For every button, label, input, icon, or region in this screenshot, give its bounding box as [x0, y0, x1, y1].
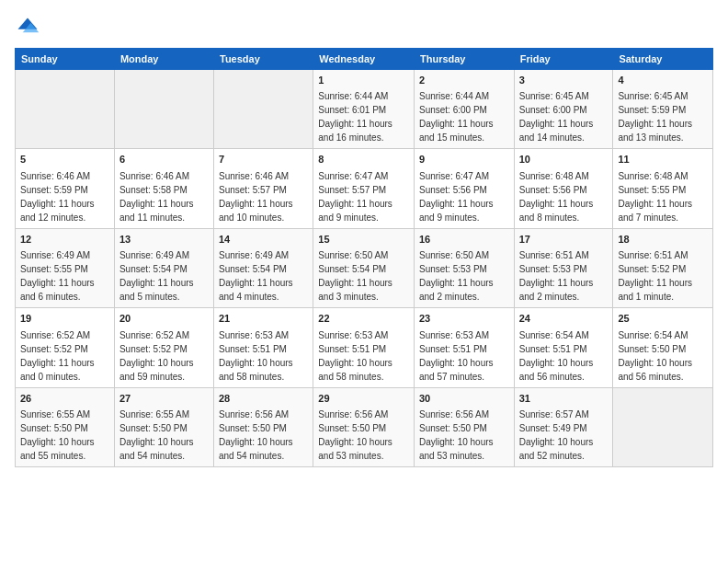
- logo: [15, 15, 44, 40]
- day-cell-5: 5Sunrise: 6:46 AM Sunset: 5:59 PM Daylig…: [16, 149, 115, 228]
- day-cell-16: 16Sunrise: 6:50 AM Sunset: 5:53 PM Dayli…: [414, 228, 514, 307]
- header-cell-monday: Monday: [114, 49, 213, 70]
- day-info: Sunrise: 6:49 AM Sunset: 5:55 PM Dayligh…: [20, 250, 95, 302]
- day-number: 21: [219, 312, 308, 326]
- header-cell-sunday: Sunday: [16, 49, 115, 70]
- day-info: Sunrise: 6:53 AM Sunset: 5:51 PM Dayligh…: [419, 330, 494, 382]
- day-info: Sunrise: 6:55 AM Sunset: 5:50 PM Dayligh…: [119, 409, 194, 461]
- week-row-4: 19Sunrise: 6:52 AM Sunset: 5:52 PM Dayli…: [16, 308, 713, 387]
- day-info: Sunrise: 6:47 AM Sunset: 5:57 PM Dayligh…: [318, 171, 392, 223]
- day-cell-1: 1Sunrise: 6:44 AM Sunset: 6:01 PM Daylig…: [313, 70, 415, 149]
- day-number: 25: [618, 312, 708, 326]
- day-cell-24: 24Sunrise: 6:54 AM Sunset: 5:51 PM Dayli…: [514, 308, 613, 387]
- day-info: Sunrise: 6:48 AM Sunset: 5:55 PM Dayligh…: [618, 171, 692, 223]
- day-number: 14: [219, 233, 308, 247]
- empty-cell: [613, 387, 713, 466]
- day-number: 1: [318, 74, 409, 87]
- day-number: 24: [519, 312, 609, 326]
- day-cell-21: 21Sunrise: 6:53 AM Sunset: 5:51 PM Dayli…: [214, 308, 313, 387]
- day-number: 4: [618, 74, 708, 87]
- day-cell-17: 17Sunrise: 6:51 AM Sunset: 5:53 PM Dayli…: [514, 228, 613, 307]
- day-number: 16: [419, 233, 509, 247]
- day-info: Sunrise: 6:52 AM Sunset: 5:52 PM Dayligh…: [20, 330, 95, 382]
- day-cell-31: 31Sunrise: 6:57 AM Sunset: 5:49 PM Dayli…: [514, 387, 613, 466]
- day-number: 2: [419, 74, 509, 87]
- day-info: Sunrise: 6:51 AM Sunset: 5:52 PM Dayligh…: [618, 250, 692, 302]
- day-number: 18: [618, 233, 708, 247]
- day-info: Sunrise: 6:52 AM Sunset: 5:52 PM Dayligh…: [119, 330, 194, 382]
- page-header: [15, 15, 713, 40]
- day-info: Sunrise: 6:48 AM Sunset: 5:56 PM Dayligh…: [519, 171, 594, 223]
- day-info: Sunrise: 6:54 AM Sunset: 5:51 PM Dayligh…: [519, 330, 594, 382]
- day-number: 15: [318, 233, 409, 247]
- empty-cell: [214, 70, 313, 149]
- day-cell-12: 12Sunrise: 6:49 AM Sunset: 5:55 PM Dayli…: [16, 228, 115, 307]
- day-info: Sunrise: 6:57 AM Sunset: 5:49 PM Dayligh…: [519, 409, 594, 461]
- day-info: Sunrise: 6:44 AM Sunset: 6:01 PM Dayligh…: [318, 91, 392, 143]
- empty-cell: [114, 70, 213, 149]
- week-row-3: 12Sunrise: 6:49 AM Sunset: 5:55 PM Dayli…: [16, 228, 713, 307]
- day-cell-28: 28Sunrise: 6:56 AM Sunset: 5:50 PM Dayli…: [214, 387, 313, 466]
- day-number: 6: [119, 153, 209, 167]
- empty-cell: [16, 70, 115, 149]
- day-cell-3: 3Sunrise: 6:45 AM Sunset: 6:00 PM Daylig…: [514, 70, 613, 149]
- day-number: 3: [519, 74, 609, 87]
- day-cell-20: 20Sunrise: 6:52 AM Sunset: 5:52 PM Dayli…: [114, 308, 213, 387]
- day-number: 20: [119, 312, 209, 326]
- header-cell-tuesday: Tuesday: [214, 49, 313, 70]
- day-info: Sunrise: 6:46 AM Sunset: 5:59 PM Dayligh…: [20, 171, 95, 223]
- day-info: Sunrise: 6:44 AM Sunset: 6:00 PM Dayligh…: [419, 91, 494, 143]
- day-number: 17: [519, 233, 609, 247]
- logo-icon: [15, 15, 40, 40]
- day-number: 31: [519, 392, 609, 406]
- day-info: Sunrise: 6:51 AM Sunset: 5:53 PM Dayligh…: [519, 250, 594, 302]
- day-info: Sunrise: 6:56 AM Sunset: 5:50 PM Dayligh…: [318, 409, 392, 461]
- day-number: 13: [119, 233, 209, 247]
- day-info: Sunrise: 6:46 AM Sunset: 5:58 PM Dayligh…: [119, 171, 194, 223]
- day-info: Sunrise: 6:54 AM Sunset: 5:50 PM Dayligh…: [618, 330, 692, 382]
- day-info: Sunrise: 6:45 AM Sunset: 6:00 PM Dayligh…: [519, 91, 594, 143]
- day-number: 23: [419, 312, 509, 326]
- day-cell-19: 19Sunrise: 6:52 AM Sunset: 5:52 PM Dayli…: [16, 308, 115, 387]
- day-number: 27: [119, 392, 209, 406]
- day-cell-23: 23Sunrise: 6:53 AM Sunset: 5:51 PM Dayli…: [414, 308, 514, 387]
- header-cell-saturday: Saturday: [613, 49, 713, 70]
- day-cell-10: 10Sunrise: 6:48 AM Sunset: 5:56 PM Dayli…: [514, 149, 613, 228]
- header-cell-wednesday: Wednesday: [313, 49, 415, 70]
- day-number: 7: [219, 153, 308, 167]
- day-cell-29: 29Sunrise: 6:56 AM Sunset: 5:50 PM Dayli…: [313, 387, 415, 466]
- day-cell-14: 14Sunrise: 6:49 AM Sunset: 5:54 PM Dayli…: [214, 228, 313, 307]
- day-cell-4: 4Sunrise: 6:45 AM Sunset: 5:59 PM Daylig…: [613, 70, 713, 149]
- day-number: 11: [618, 153, 708, 167]
- day-number: 30: [419, 392, 509, 406]
- day-cell-9: 9Sunrise: 6:47 AM Sunset: 5:56 PM Daylig…: [414, 149, 514, 228]
- day-info: Sunrise: 6:53 AM Sunset: 5:51 PM Dayligh…: [318, 330, 392, 382]
- day-number: 26: [20, 392, 109, 406]
- calendar-table: SundayMondayTuesdayWednesdayThursdayFrid…: [15, 48, 713, 467]
- day-cell-2: 2Sunrise: 6:44 AM Sunset: 6:00 PM Daylig…: [414, 70, 514, 149]
- header-row: SundayMondayTuesdayWednesdayThursdayFrid…: [16, 49, 713, 70]
- header-cell-thursday: Thursday: [414, 49, 514, 70]
- day-cell-26: 26Sunrise: 6:55 AM Sunset: 5:50 PM Dayli…: [16, 387, 115, 466]
- day-cell-18: 18Sunrise: 6:51 AM Sunset: 5:52 PM Dayli…: [613, 228, 713, 307]
- day-number: 10: [519, 153, 609, 167]
- day-number: 9: [419, 153, 509, 167]
- day-cell-15: 15Sunrise: 6:50 AM Sunset: 5:54 PM Dayli…: [313, 228, 415, 307]
- week-row-2: 5Sunrise: 6:46 AM Sunset: 5:59 PM Daylig…: [16, 149, 713, 228]
- day-number: 19: [20, 312, 109, 326]
- day-info: Sunrise: 6:49 AM Sunset: 5:54 PM Dayligh…: [119, 250, 194, 302]
- day-number: 28: [219, 392, 308, 406]
- day-info: Sunrise: 6:50 AM Sunset: 5:54 PM Dayligh…: [318, 250, 392, 302]
- day-cell-27: 27Sunrise: 6:55 AM Sunset: 5:50 PM Dayli…: [114, 387, 213, 466]
- day-number: 29: [318, 392, 409, 406]
- day-info: Sunrise: 6:56 AM Sunset: 5:50 PM Dayligh…: [419, 409, 494, 461]
- day-number: 8: [318, 153, 409, 167]
- day-cell-6: 6Sunrise: 6:46 AM Sunset: 5:58 PM Daylig…: [114, 149, 213, 228]
- day-cell-7: 7Sunrise: 6:46 AM Sunset: 5:57 PM Daylig…: [214, 149, 313, 228]
- header-cell-friday: Friday: [514, 49, 613, 70]
- day-info: Sunrise: 6:45 AM Sunset: 5:59 PM Dayligh…: [618, 91, 692, 143]
- day-cell-22: 22Sunrise: 6:53 AM Sunset: 5:51 PM Dayli…: [313, 308, 415, 387]
- day-info: Sunrise: 6:56 AM Sunset: 5:50 PM Dayligh…: [219, 409, 293, 461]
- day-info: Sunrise: 6:47 AM Sunset: 5:56 PM Dayligh…: [419, 171, 494, 223]
- week-row-1: 1Sunrise: 6:44 AM Sunset: 6:01 PM Daylig…: [16, 70, 713, 149]
